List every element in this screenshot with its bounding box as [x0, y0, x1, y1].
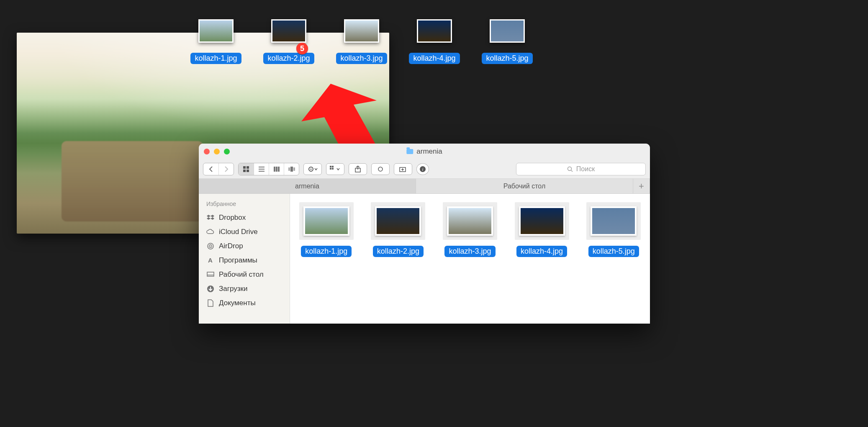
svg-rect-38: [207, 272, 214, 276]
sidebar: Избранное Dropbox iCloud Drive AirDrop A…: [199, 194, 290, 324]
downloads-icon: [206, 285, 215, 293]
sidebar-item-label: Программы: [219, 256, 257, 265]
window-title-text: armenia: [416, 147, 442, 156]
svg-rect-4: [247, 170, 249, 172]
svg-line-29: [571, 170, 573, 172]
grid-icon: [243, 166, 249, 172]
dragged-file[interactable]: kollazh-4.jpg: [417, 19, 452, 64]
file-item[interactable]: kollazh-3.jpg: [441, 202, 499, 257]
image-thumbnail: [490, 19, 525, 43]
arrange-icon: [330, 166, 341, 172]
forward-button[interactable]: [218, 163, 234, 175]
svg-marker-33: [211, 217, 214, 220]
sidebar-section-header: Избранное: [206, 201, 290, 207]
tab-desktop[interactable]: Рабочий стол: [416, 179, 633, 193]
svg-rect-11: [288, 167, 290, 171]
airdrop-icon: [206, 242, 215, 250]
view-mode-buttons: [238, 163, 299, 175]
file-item[interactable]: kollazh-5.jpg: [585, 202, 642, 257]
file-label: kollazh-1.jpg: [190, 53, 241, 64]
svg-rect-18: [330, 168, 331, 170]
svg-rect-16: [330, 166, 331, 167]
image-thumbnail: [344, 19, 379, 43]
svg-rect-12: [290, 167, 293, 172]
sidebar-item-documents[interactable]: Документы: [205, 296, 290, 310]
list-icon: [259, 167, 265, 172]
dragged-file[interactable]: kollazh-3.jpg: [344, 19, 379, 64]
sidebar-item-icloud[interactable]: iCloud Drive: [205, 225, 290, 239]
dragged-file[interactable]: kollazh-1.jpg: [198, 19, 234, 64]
finder-window: armenia: [199, 144, 650, 324]
icon-view-button[interactable]: [239, 163, 254, 175]
tags-button[interactable]: [371, 163, 390, 175]
svg-marker-31: [211, 215, 214, 217]
search-input[interactable]: Поиск: [516, 163, 646, 175]
desktop-icon: [206, 270, 215, 279]
arrange-menu-button[interactable]: [326, 163, 344, 175]
sidebar-item-downloads[interactable]: Загрузки: [205, 282, 290, 296]
tab-label: armenia: [295, 183, 319, 190]
dragged-file[interactable]: kollazh-5.jpg: [490, 19, 525, 64]
svg-marker-30: [207, 215, 211, 217]
minimize-button[interactable]: [214, 149, 220, 154]
gear-icon: [308, 166, 318, 172]
svg-point-22: [378, 167, 383, 171]
new-tab-button[interactable]: +: [633, 179, 650, 193]
file-item[interactable]: kollazh-4.jpg: [513, 202, 571, 257]
titlebar[interactable]: armenia: [199, 144, 650, 159]
svg-text:A: A: [208, 257, 213, 264]
image-thumbnail: [303, 206, 349, 236]
chevron-right-icon: [224, 166, 229, 172]
file-grid[interactable]: kollazh-1.jpg kollazh-2.jpg kollazh-3.jp…: [290, 194, 650, 324]
file-item[interactable]: kollazh-2.jpg: [370, 202, 427, 257]
quicklook-button[interactable]: [394, 163, 412, 175]
sidebar-item-desktop[interactable]: Рабочий стол: [205, 268, 290, 282]
tag-icon: [377, 166, 384, 172]
image-thumbnail: [417, 19, 452, 43]
file-label: kollazh-3.jpg: [336, 53, 387, 64]
sidebar-item-dropbox[interactable]: Dropbox: [205, 211, 290, 225]
search-placeholder: Поиск: [576, 165, 595, 173]
share-icon: [355, 166, 361, 172]
sidebar-item-applications[interactable]: A Программы: [205, 253, 290, 268]
info-icon: i: [419, 166, 426, 172]
list-view-button[interactable]: [254, 163, 269, 175]
svg-rect-6: [259, 169, 265, 170]
svg-rect-1: [243, 166, 246, 169]
tab-bar: armenia Рабочий стол +: [199, 179, 650, 194]
chevron-left-icon: [209, 166, 213, 172]
svg-text:i: i: [422, 167, 423, 172]
columns-icon: [274, 167, 280, 172]
image-thumbnail: [198, 19, 234, 43]
column-view-button[interactable]: [269, 163, 284, 175]
nav-buttons: [203, 163, 234, 175]
file-item[interactable]: kollazh-1.jpg: [298, 202, 355, 257]
image-thumbnail: [447, 206, 493, 236]
share-button[interactable]: [349, 163, 367, 175]
tab-armenia[interactable]: armenia: [199, 179, 416, 193]
close-button[interactable]: [204, 149, 210, 154]
file-label: kollazh-5.jpg: [482, 53, 532, 64]
zoom-button[interactable]: [224, 149, 230, 154]
new-folder-icon: [399, 166, 407, 172]
tab-label: Рабочий стол: [503, 183, 545, 190]
svg-point-28: [568, 167, 571, 170]
back-button[interactable]: [203, 163, 218, 175]
cloud-icon: [206, 228, 215, 236]
svg-point-15: [311, 168, 312, 170]
sidebar-item-airdrop[interactable]: AirDrop: [205, 239, 290, 253]
svg-rect-3: [243, 170, 246, 172]
file-label: kollazh-1.jpg: [301, 246, 352, 257]
info-button[interactable]: i: [416, 163, 429, 175]
sidebar-item-label: iCloud Drive: [219, 228, 258, 236]
image-thumbnail: [375, 206, 421, 236]
drag-count-badge: 5: [296, 43, 308, 54]
action-menu-button[interactable]: [303, 163, 322, 175]
file-label: kollazh-4.jpg: [409, 53, 460, 64]
gallery-view-button[interactable]: [284, 163, 299, 175]
dragged-file[interactable]: 5 kollazh-2.jpg: [271, 19, 306, 64]
image-thumbnail: [519, 206, 565, 236]
plus-icon: +: [639, 181, 644, 192]
svg-rect-8: [274, 167, 275, 172]
svg-rect-5: [259, 167, 265, 167]
